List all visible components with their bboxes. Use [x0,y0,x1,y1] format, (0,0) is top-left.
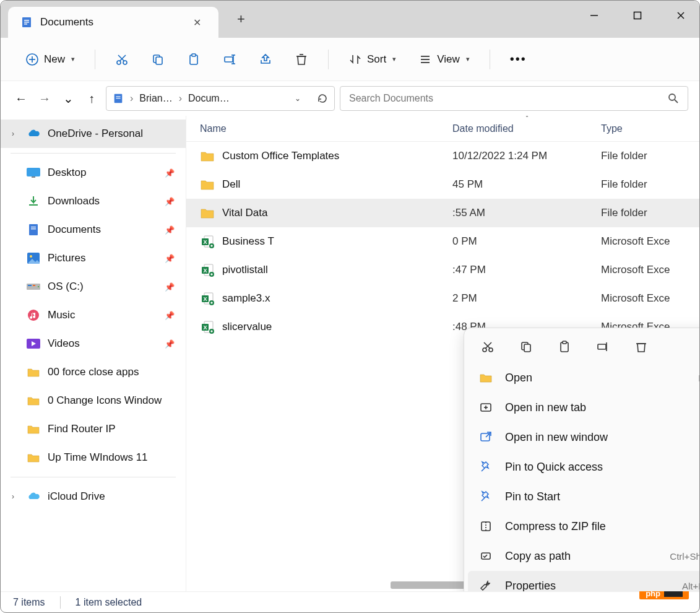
svg-rect-70 [598,344,606,349]
svg-rect-41 [28,285,32,286]
desktop-icon [27,166,40,180]
svg-rect-5 [634,12,641,19]
sort-button[interactable]: Sort ▾ [342,49,402,70]
recent-dropdown[interactable]: ⌄ [59,89,77,108]
sidebar-onedrive[interactable]: › OneDrive - Personal [1,120,186,148]
new-tab-button[interactable]: + [237,11,245,27]
table-row[interactable]: Dell45 PMFile folder [186,170,699,199]
sidebar-item[interactable]: 00 force close apps [1,358,186,386]
forward-button[interactable]: → [35,89,54,108]
cut-button[interactable] [479,338,496,355]
paste-button[interactable] [181,49,207,70]
minimize-button[interactable] [582,6,607,25]
ctx-open-new-window[interactable]: Open in new window [464,422,699,452]
sidebar-item[interactable]: Up Time WIndows 11 [1,443,186,472]
folder-icon [27,451,40,464]
delete-button[interactable] [633,338,650,355]
ctx-label: Open in new window [505,431,699,444]
column-name[interactable]: Name [186,123,452,134]
rename-button[interactable] [217,49,243,70]
more-button[interactable]: ••• [504,48,533,70]
close-window-button[interactable] [668,6,693,25]
file-name: Business T [222,235,274,248]
ctx-properties[interactable]: Properties Alt+Enter [468,571,699,591]
copy-icon [151,53,165,66]
more-icon: ••• [510,52,527,66]
address-bar[interactable]: › Brian… › Docum… ⌄ [106,86,335,111]
context-menu-iconbar [464,328,699,363]
file-date: 45 PM [452,178,601,191]
rename-button[interactable] [594,338,611,355]
search-input[interactable] [349,93,668,104]
breadcrumb-documents[interactable]: Docum… [188,93,230,104]
window-controls [582,6,693,25]
sidebar-item-label: 0 Change Icons Window [48,394,175,407]
column-type[interactable]: Type [601,123,699,134]
share-button[interactable] [253,49,279,70]
delete-button[interactable] [288,49,314,70]
folder-open-icon [478,370,494,386]
sidebar-item[interactable]: Find Router IP [1,415,186,443]
toolbar: New ▾ Sort ▾ View ▾ ••• [1,38,699,81]
search-box[interactable] [340,86,688,111]
back-button[interactable]: ← [12,89,30,108]
folder-icon [200,207,215,219]
tab-close-button[interactable]: ✕ [188,14,206,31]
paste-button[interactable] [556,338,573,355]
sidebar-icloud[interactable]: › iCloud Drive [1,482,186,511]
svg-line-78 [482,498,485,501]
table-row[interactable]: Xsample3.x2 PMMicrosoft Exce [186,284,699,313]
file-date: 10/12/2022 1:24 PM [452,150,601,162]
address-dropdown[interactable]: ⌄ [295,94,301,103]
copy-button[interactable] [517,338,535,355]
sidebar-item[interactable]: Downloads📌 [1,187,186,215]
file-name: sample3.x [222,292,270,305]
sidebar-item[interactable]: Documents📌 [1,215,186,244]
ctx-copy-path[interactable]: Copy as path Ctrl+Shift+C [464,541,699,571]
refresh-button[interactable] [317,93,328,104]
sidebar-item-label: Music [48,309,157,321]
svg-text:X: X [203,296,207,302]
table-row[interactable]: XBusiness T0 PMMicrosoft Exce [186,227,699,256]
excel-icon: X [200,264,215,276]
table-row[interactable]: Custom Office Templates10/12/2022 1:24 P… [186,142,699,170]
copy-button[interactable] [145,49,171,70]
table-row[interactable]: Xpivotlistall:47 PMMicrosoft Exce [186,256,699,284]
ctx-open[interactable]: Open Enter [464,363,699,393]
nav-row: ← → ⌄ ↑ › Brian… › Docum… ⌄ [1,81,699,116]
svg-rect-16 [156,57,162,64]
up-button[interactable]: ↑ [82,89,101,108]
file-name: Custom Office Templates [222,150,339,162]
table-row[interactable]: Vital Data:55 AMFile folder [186,199,699,227]
sidebar-item[interactable]: 0 Change Icons Window [1,386,186,415]
ctx-pin-quick-access[interactable]: Pin to Quick access [464,452,699,482]
ctx-compress-zip[interactable]: Compress to ZIP file [464,511,699,541]
sidebar-item[interactable]: Music📌 [1,301,186,329]
sidebar-item[interactable]: OS (C:)📌 [1,272,186,301]
file-type: File folder [601,150,699,162]
svg-rect-35 [29,224,38,235]
view-button[interactable]: View ▾ [412,49,476,70]
new-button[interactable]: New ▾ [19,49,81,70]
maximize-button[interactable] [625,6,650,25]
file-name: slicervalue [222,321,272,333]
column-date[interactable]: Date modified [452,123,601,134]
svg-rect-36 [31,227,36,227]
sort-icon [348,53,362,66]
breadcrumb-user[interactable]: Brian… [139,93,172,104]
sidebar-item[interactable]: Videos📌 [1,329,186,358]
scissors-icon [115,53,129,66]
file-type: Microsoft Exce [601,292,699,305]
sidebar-item-label: OS (C:) [48,280,157,293]
svg-rect-2 [24,22,29,23]
cut-button[interactable] [109,49,135,70]
ctx-pin-start[interactable]: Pin to Start [464,482,699,511]
document-icon [20,16,33,28]
tab-documents[interactable]: Documents ✕ [8,7,218,38]
sidebar-item[interactable]: Desktop📌 [1,159,186,187]
file-type: Microsoft Exce [601,235,699,248]
sidebar-item[interactable]: Pictures📌 [1,244,186,272]
trash-icon [295,53,308,66]
sidebar-label: OneDrive - Personal [48,128,175,140]
ctx-open-new-tab[interactable]: Open in new tab [464,393,699,422]
